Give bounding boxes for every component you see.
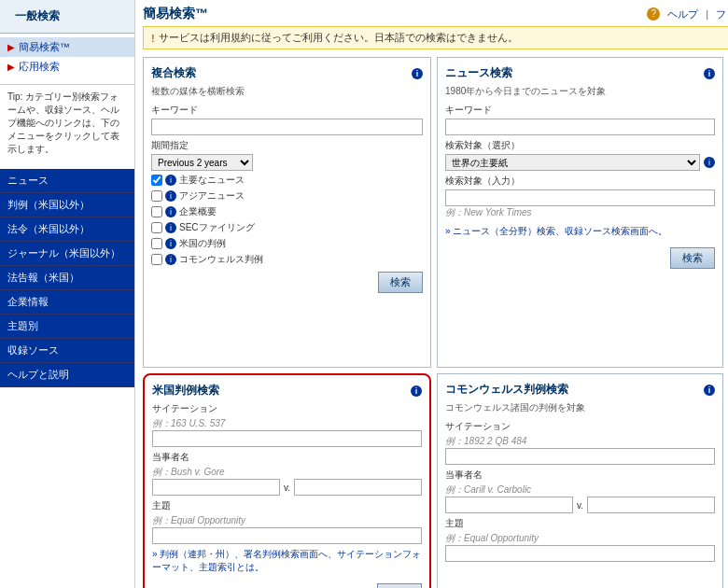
alert-text: サービスは利用規約に従ってご利用ください。日本語での検索はできません。 <box>159 31 518 45</box>
period-select[interactable]: Previous 2 years Any date Previous week … <box>151 154 253 171</box>
news-search-button[interactable]: 検索 <box>670 247 715 269</box>
compound-search-button[interactable]: 検索 <box>378 272 423 293</box>
commonwealth-search-box: コモンウェルス判例検索 i コモンウェルス諸国の判例を対象 サイテーション 例：… <box>437 373 723 588</box>
news-target-select-row: 世界の主要紙 全媒体 アジアニュース i <box>445 154 715 171</box>
commonwealth-info-icon[interactable]: i <box>165 254 176 265</box>
help-icon[interactable]: ? <box>647 7 660 21</box>
topbar-links: ? ヘルプ | フォームをクリア <box>647 7 728 21</box>
commonwealth-party-input2[interactable] <box>587 497 715 513</box>
us-court-party-example: 例：Bush v. Gore <box>152 466 422 479</box>
us-court-party-input2[interactable] <box>294 479 422 496</box>
checkbox-commonwealth: i コモンウェルス判例 <box>151 253 423 266</box>
commonwealth-search-title: コモンウェルス判例検索 i <box>445 382 715 398</box>
news-search-title: ニュース検索 i <box>445 65 715 81</box>
asia-news-info-icon[interactable]: i <box>165 190 176 202</box>
sidebar-nav-journal[interactable]: ジャーナル（米国以外） <box>0 242 134 266</box>
commonwealth-party-row: v. <box>445 497 715 513</box>
us-court-subject-label: 主題 <box>152 499 422 512</box>
news-search-box: ニュース検索 i 1980年から今日までのニュースを対象 キーワード 検索対象（… <box>437 57 723 368</box>
sec-info-icon[interactable]: i <box>165 222 176 233</box>
alert-icon: ! <box>151 33 155 44</box>
sidebar-title: 一般検索 <box>7 6 127 27</box>
us-court-label: 米国の判例 <box>179 237 226 250</box>
period-label: 期間指定 <box>151 139 189 152</box>
commonwealth-search-subtitle: コモンウェルス諸国の判例を対象 <box>445 401 715 414</box>
main-content: 簡易検索™ ? ヘルプ | フォームをクリア ! サービスは利用規約に従ってご利… <box>135 0 728 588</box>
news-search-info-icon[interactable]: i <box>704 68 715 79</box>
commonwealth-citation-example: 例：1892 2 QB 484 <box>445 435 715 448</box>
sidebar-nav-sources[interactable]: 収録ソース <box>0 339 134 363</box>
us-court-subject-input[interactable] <box>152 527 422 544</box>
page-title: 簡易検索™ <box>143 6 208 22</box>
us-court-citation-example: 例：163 U.S. 537 <box>152 417 422 430</box>
major-news-info-icon[interactable]: i <box>165 175 176 186</box>
checkbox-asia-news-input[interactable] <box>151 190 162 202</box>
checkbox-major-news: i 主要なニュース <box>151 174 423 187</box>
us-court-citation-input[interactable] <box>152 430 422 447</box>
sec-label: SECファイリング <box>179 221 255 234</box>
sidebar-item-applied-search[interactable]: ▶ 応用検索 <box>0 57 134 77</box>
sidebar-menu: ▶ 簡易検索™ ▶ 応用検索 <box>0 34 134 80</box>
checkbox-corp-info: i 企業概要 <box>151 205 423 218</box>
us-court-search-link[interactable]: » 判例（連邦・州）、署名判例検索画面へ、サイテーションフォーマット、主題索引と… <box>152 549 421 572</box>
commonwealth-party-label: 当事者名 <box>445 469 715 482</box>
sidebar-nav-company[interactable]: 企業情報 <box>0 290 134 315</box>
us-court-party-label: 当事者名 <box>152 451 422 464</box>
sidebar-nav-subject[interactable]: 主題別 <box>0 315 134 339</box>
clear-form-link[interactable]: フォームをクリア <box>716 7 728 21</box>
vs-label: v. <box>284 483 290 493</box>
period-row: 期間指定 <box>151 139 423 152</box>
checkbox-sec-input[interactable] <box>151 222 162 233</box>
sidebar: 一般検索 ▶ 簡易検索™ ▶ 応用検索 Tip: カテゴリー別検索フォームや、収… <box>0 0 135 588</box>
news-search-subtitle: 1980年から今日までのニュースを対象 <box>445 85 715 98</box>
commonwealth-search-info-icon[interactable]: i <box>704 385 715 396</box>
checkbox-us-court: i 米国の判例 <box>151 237 423 250</box>
corp-info-label: 企業概要 <box>179 205 217 218</box>
commonwealth-party-example: 例：Carill v. Carbolic <box>445 483 715 497</box>
sidebar-nav-news[interactable]: ニュース <box>0 169 134 193</box>
us-court-subject-example: 例：Equal Opportunity <box>152 514 422 527</box>
us-court-search-info-icon[interactable]: i <box>411 385 422 397</box>
help-link[interactable]: ヘルプ <box>667 7 698 21</box>
sidebar-nav-help[interactable]: ヘルプと説明 <box>0 363 134 387</box>
commonwealth-subject-label: 主題 <box>445 517 715 530</box>
us-court-search-button[interactable]: 検索 <box>377 583 422 588</box>
commonwealth-label: コモンウェルス判例 <box>179 253 263 266</box>
news-target-example: 例：New York Times <box>445 206 715 219</box>
compound-keyword-input[interactable] <box>151 119 423 135</box>
corp-info-icon[interactable]: i <box>165 206 176 217</box>
news-keyword-input[interactable] <box>445 119 715 135</box>
us-court-party-row: v. <box>152 479 422 496</box>
news-keyword-label: キーワード <box>445 104 715 117</box>
news-target-info-icon[interactable]: i <box>704 157 715 168</box>
news-search-link[interactable]: » ニュース（全分野）検索、収録ソース検索画面へ。 <box>445 226 667 236</box>
checkbox-us-court-input[interactable] <box>151 238 162 249</box>
news-target-input-label: 検索対象（入力） <box>445 175 715 188</box>
compound-search-subtitle: 複数の媒体を横断検索 <box>151 85 423 98</box>
asia-news-label: アジアニュース <box>179 189 245 203</box>
us-court-party-input1[interactable] <box>152 479 280 496</box>
sidebar-nav-court-outside-us[interactable]: 判例（米国以外） <box>0 193 134 217</box>
news-target-input[interactable] <box>445 189 715 206</box>
sidebar-nav: ニュース 判例（米国以外） 法令（米国以外） ジャーナル（米国以外） 法告報（米… <box>0 169 134 387</box>
search-grid: 複合検索 i 複数の媒体を横断検索 キーワード 期間指定 Previous 2 … <box>143 57 728 588</box>
news-target-select[interactable]: 世界の主要紙 全媒体 アジアニュース <box>445 154 700 171</box>
commonwealth-citation-input[interactable] <box>445 448 715 465</box>
compound-keyword-label: キーワード <box>151 104 423 117</box>
commonwealth-party-input1[interactable] <box>445 497 573 513</box>
alert-bar: ! サービスは利用規約に従ってご利用ください。日本語での検索はできません。 <box>143 26 728 49</box>
checkbox-major-news-input[interactable] <box>151 175 162 186</box>
commonwealth-subject-input[interactable] <box>445 545 715 562</box>
checkbox-commonwealth-input[interactable] <box>151 254 162 265</box>
sidebar-nav-law-report-us[interactable]: 法告報（米国） <box>0 266 134 290</box>
sidebar-nav-law-outside-us[interactable]: 法令（米国以外） <box>0 217 134 242</box>
sidebar-item-easy-search[interactable]: ▶ 簡易検索™ <box>0 37 134 57</box>
checkbox-corp-info-input[interactable] <box>151 206 162 217</box>
commonwealth-subject-example: 例：Equal Opportunity <box>445 532 715 545</box>
compound-search-info-icon[interactable]: i <box>412 68 423 79</box>
separator: | <box>706 8 708 20</box>
checkbox-sec: i SECファイリング <box>151 221 423 234</box>
us-court-info-icon[interactable]: i <box>165 238 176 249</box>
compound-search-box: 複合検索 i 複数の媒体を横断検索 キーワード 期間指定 Previous 2 … <box>143 57 431 368</box>
checkbox-asia-news: i アジアニュース <box>151 189 423 203</box>
